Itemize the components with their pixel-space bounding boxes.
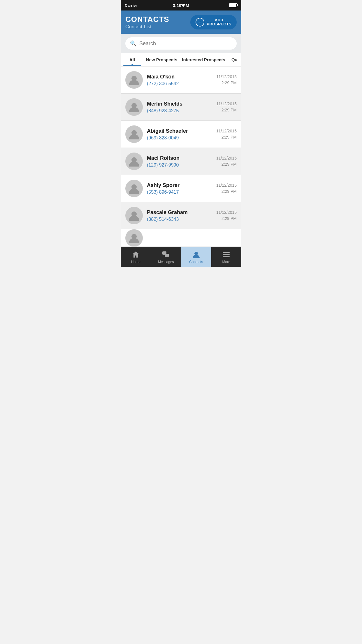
page-title: CONTACTS [125, 15, 169, 24]
table-row[interactable]: Abigail Schaefer (969) 828-0049 11/12/20… [121, 121, 241, 148]
search-bar: 🔍 [125, 37, 237, 50]
home-icon [132, 251, 140, 259]
status-bar: Carrier 3:19 PM [121, 0, 241, 10]
messages-icon [162, 251, 170, 259]
nav-label-contacts: Contacts [189, 260, 203, 264]
search-icon: 🔍 [130, 40, 136, 47]
more-icon [222, 251, 230, 259]
contacts-icon [192, 251, 200, 259]
table-row[interactable]: Maia O'kon (272) 306-5542 11/12/2015 2:2… [121, 66, 241, 94]
bottom-nav: Home Messages Contacts More [121, 247, 241, 267]
carrier-label: Carrier [125, 3, 137, 8]
contact-info: Maci Rolfson (129) 927-9990 [147, 155, 216, 168]
time-label: 3:19 PM [173, 3, 189, 8]
contact-name: Maia O'kon [147, 74, 216, 80]
nav-item-contacts[interactable]: Contacts [181, 247, 211, 267]
table-row[interactable]: Maci Rolfson (129) 927-9990 11/12/2015 2… [121, 148, 241, 175]
contact-info: Merlin Shields (848) 923-4275 [147, 101, 216, 113]
contact-date: 11/12/2015 2:29 PM [216, 101, 237, 113]
contact-list: Maia O'kon (272) 306-5542 11/12/2015 2:2… [121, 66, 241, 247]
avatar [125, 125, 143, 143]
contact-name: Maci Rolfson [147, 155, 216, 161]
contact-name: Pascale Graham [147, 209, 216, 216]
table-row[interactable]: Pascale Graham (882) 514-6343 11/12/2015… [121, 202, 241, 229]
tab-all[interactable]: All [121, 53, 144, 66]
tab-interested-prospects[interactable]: Interested Prospects [180, 53, 227, 66]
nav-label-home: Home [131, 260, 140, 264]
contact-phone[interactable]: (882) 514-6343 [147, 217, 216, 222]
contact-phone[interactable]: (969) 828-0049 [147, 135, 216, 141]
search-input[interactable] [139, 41, 232, 47]
nav-label-messages: Messages [158, 260, 174, 264]
page-subtitle: Contact List [125, 24, 169, 30]
contact-name: Ashly Sporer [147, 182, 216, 188]
battery-icon [229, 3, 237, 7]
table-row[interactable] [121, 229, 241, 247]
contact-date: 11/12/2015 2:29 PM [216, 128, 237, 140]
plus-icon: + [196, 18, 204, 27]
avatar [125, 229, 143, 247]
avatar [125, 98, 143, 116]
svg-rect-8 [165, 254, 169, 257]
add-prospects-button[interactable]: + ADDPROSPECTS [190, 15, 237, 29]
contact-phone[interactable]: (272) 306-5542 [147, 81, 216, 86]
contact-date: 11/12/2015 2:29 PM [216, 209, 237, 222]
svg-rect-12 [223, 256, 230, 257]
contact-phone[interactable]: (553) 896-9417 [147, 190, 216, 195]
contact-info: Pascale Graham (882) 514-6343 [147, 209, 216, 222]
contact-name: Merlin Shields [147, 101, 216, 107]
nav-item-more[interactable]: More [211, 247, 242, 267]
contact-info: Ashly Sporer (553) 896-9417 [147, 182, 216, 195]
contact-phone[interactable]: (848) 923-4275 [147, 108, 216, 113]
header: CONTACTS Contact List + ADDPROSPECTS [121, 10, 241, 34]
header-title-block: CONTACTS Contact List [125, 15, 169, 30]
contact-date: 11/12/2015 2:29 PM [216, 74, 237, 86]
avatar [125, 153, 143, 170]
tab-more-filter[interactable]: Qu [228, 53, 241, 66]
add-button-label: ADDPROSPECTS [207, 18, 231, 27]
avatar [125, 71, 143, 89]
status-bar-right [229, 3, 237, 7]
contact-info: Abigail Schaefer (969) 828-0049 [147, 128, 216, 141]
contact-date: 11/12/2015 2:29 PM [216, 155, 237, 167]
contact-date: 11/12/2015 2:29 PM [216, 182, 237, 195]
svg-rect-11 [223, 254, 230, 255]
table-row[interactable]: Merlin Shields (848) 923-4275 11/12/2015… [121, 94, 241, 121]
contact-info: Maia O'kon (272) 306-5542 [147, 74, 216, 86]
tabs-bar: All New Prospects Interested Prospects Q… [121, 53, 241, 66]
contact-phone[interactable]: (129) 927-9990 [147, 162, 216, 168]
avatar [125, 207, 143, 224]
table-row[interactable]: Ashly Sporer (553) 896-9417 11/12/2015 2… [121, 175, 241, 202]
tab-new-prospects[interactable]: New Prospects [144, 53, 180, 66]
search-bar-wrapper: 🔍 [121, 34, 241, 53]
nav-item-messages[interactable]: Messages [151, 247, 181, 267]
svg-rect-10 [223, 252, 230, 253]
contact-name: Abigail Schaefer [147, 128, 216, 134]
avatar [125, 180, 143, 197]
nav-item-home[interactable]: Home [121, 247, 151, 267]
nav-label-more: More [222, 260, 230, 264]
